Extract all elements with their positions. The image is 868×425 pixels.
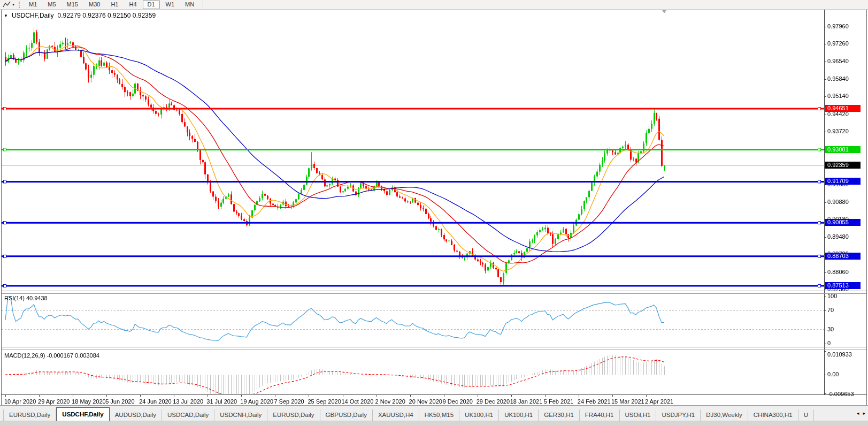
chart-tab-hk50-m15[interactable]: HK50,M15 (419, 409, 459, 421)
date-tick-label: 13 Jul 2020 (173, 398, 203, 405)
timeframe-m5-button[interactable]: M5 (43, 0, 60, 9)
price-line-label-0.90055: 0.90055 (825, 219, 861, 226)
timeframe-h1-button[interactable]: H1 (106, 0, 123, 9)
date-tick-label: 31 Jul 2020 (206, 398, 237, 405)
symbol-period-label: USDCHF,Daily (12, 12, 54, 19)
date-tick-label: 18 Jan 2021 (510, 398, 543, 405)
date-tick-label: 29 Apr 2020 (38, 398, 70, 405)
caret-down-icon: ▾ (12, 2, 14, 7)
chart-tab-eurusd-daily[interactable]: EURUSD,Daily (3, 409, 56, 421)
chart-tab-audusd-daily[interactable]: AUDUSD,Daily (110, 409, 162, 421)
price-line-label-0.88703: 0.88703 (825, 253, 861, 260)
rsi-tick-label: 0 (827, 340, 831, 346)
macd-tick-label: 0.010933 (827, 351, 852, 358)
chart-tab-china300-h1[interactable]: CHINA300,H1 (748, 409, 798, 421)
chart-title: ▼ USDCHF,Daily 0.92279 0.92376 0.92150 0… (4, 12, 156, 19)
date-tick-label: 19 Aug 2020 (240, 398, 273, 405)
chart-tab-gbpusd-daily[interactable]: GBPUSD,Daily (320, 409, 373, 421)
date-tick-label: 7 Sep 2020 (274, 398, 304, 405)
chart-tab-u[interactable]: U (798, 409, 814, 421)
price-line-label-0.91709: 0.91709 (825, 178, 861, 185)
terminal-root: ▾ M1M5M15M30H1H4D1W1MN ▼ USDCHF,Daily 0.… (0, 0, 868, 425)
date-axis[interactable]: 10 Apr 202029 Apr 202018 May 20205 Jun 2… (0, 395, 868, 405)
chart-tab-usoil-h1[interactable]: USOil,H1 (620, 409, 657, 421)
toolbar-grip[interactable] (19, 2, 20, 8)
price-tick-label: 0.93720 (827, 128, 849, 134)
date-tick-label: 25 Sep 2020 (308, 398, 341, 405)
zigzag-line-icon (3, 1, 11, 8)
line-studies-tool-icon[interactable]: ▾ (0, 0, 17, 9)
price-tick-label: 0.96540 (827, 58, 849, 64)
price-tick-label: 0.89480 (827, 233, 849, 240)
tab-scroll-right-button[interactable]: ▸ (863, 411, 865, 416)
date-tick-label: 5 Feb 2021 (544, 398, 574, 405)
chart-tab-bar: EURUSD,DailyUSDCHF,DailyAUDUSD,DailyUSDC… (0, 405, 868, 421)
chart-tab-usdcnh-daily[interactable]: USDCNH,Daily (214, 409, 267, 421)
current-price-label: 0.92359 (825, 162, 861, 169)
date-tick-label: 9 Dec 2020 (443, 398, 473, 405)
chart-tab-usdcad-daily[interactable]: USDCAD,Daily (162, 409, 214, 421)
tab-scroll-left-button[interactable]: ◂ (857, 411, 859, 416)
date-tick-label: 24 Jun 2020 (139, 398, 172, 405)
rsi-tick-label: 100 (827, 293, 837, 299)
timeframe-m1-button[interactable]: M1 (24, 0, 42, 9)
date-tick-label: 10 Apr 2020 (4, 398, 36, 405)
chart-tab-dj30-weekly[interactable]: DJ30,Weekly (701, 409, 748, 421)
bottom-strip (0, 421, 868, 425)
toolbar-separator (203, 1, 203, 8)
timeframe-mn-button[interactable]: MN (180, 0, 199, 9)
chart-tab-ger30-h1[interactable]: GER30,H1 (539, 409, 580, 421)
rsi-indicator-label: RSI(14) 40.9438 (4, 295, 48, 301)
timeframe-m15-button[interactable]: M15 (62, 0, 83, 9)
chart-tabs: EURUSD,DailyUSDCHF,DailyAUDUSD,DailyUSDC… (3, 407, 814, 421)
chart-plot-canvas[interactable] (0, 0, 868, 425)
chart-tab-usdchf-daily[interactable]: USDCHF,Daily (56, 407, 109, 421)
date-tick-label: 18 May 2020 (72, 398, 106, 405)
price-tick-label: 0.95140 (827, 93, 849, 99)
timeframe-d1-button[interactable]: D1 (143, 0, 160, 9)
price-tick-label: 0.97260 (827, 40, 849, 47)
macd-indicator-label: MACD(12,26,9) -0.000167 0.003084 (4, 352, 99, 359)
collapse-triangle-icon[interactable]: ▼ (4, 13, 8, 18)
date-tick-label: 24 Feb 2021 (578, 398, 611, 405)
toolbar: ▾ M1M5M15M30H1H4D1W1MN (0, 0, 868, 10)
date-tick-label: 15 Mar 2021 (611, 398, 644, 405)
price-axis[interactable]: 0.979600.972600.965400.958400.951400.944… (824, 9, 868, 291)
rsi-tick-label: 30 (827, 326, 834, 332)
chart-tab-uk100-h1[interactable]: UK100,H1 (459, 409, 499, 421)
date-tick-label: 14 Oct 2020 (342, 398, 374, 405)
timeframe-w1-button[interactable]: W1 (161, 0, 180, 9)
date-tick-label: 20 Nov 2020 (409, 398, 442, 405)
rsi-tick-label: 70 (827, 307, 834, 313)
price-line-label-0.87513: 0.87513 (825, 282, 861, 289)
date-tick-label: 29 Dec 2020 (477, 398, 510, 405)
date-tick-label: 2 Apr 2021 (645, 398, 673, 405)
date-tick-label: 2 Nov 2020 (375, 398, 405, 405)
rsi-axis[interactable]: 10070300 (824, 294, 868, 347)
chart-tab-fra40-h1[interactable]: FRA40,H1 (580, 409, 620, 421)
timeframe-buttons: M1M5M15M30H1H4D1W1MN (24, 0, 199, 9)
chart-tab-uk100-h1[interactable]: UK100,H1 (499, 409, 539, 421)
chart-tab-xauusd-h4[interactable]: XAUUSD,H4 (373, 409, 419, 421)
ohlc-values: 0.92279 0.92376 0.92150 0.92359 (58, 12, 156, 19)
price-tick-label: 0.95840 (827, 75, 849, 82)
macd-tick-label: 0.00 (827, 371, 839, 377)
date-tick-label: 5 Jun 2020 (105, 398, 134, 405)
timeframe-m30-button[interactable]: M30 (84, 0, 105, 9)
price-line-label-0.93001: 0.93001 (825, 146, 861, 153)
tab-scroll-controls: ◂ ▸ (854, 406, 868, 421)
timeframe-h4-button[interactable]: H4 (124, 0, 141, 9)
price-tick-label: 0.88060 (827, 269, 849, 275)
price-line-label-0.94651: 0.94651 (825, 105, 861, 112)
chart-tab-eurusd-daily[interactable]: EURUSD,Daily (267, 409, 320, 421)
price-tick-label: 0.97960 (827, 23, 849, 29)
chart-tab-usdjpy-h1[interactable]: USDJPY,H1 (656, 409, 701, 421)
macd-axis[interactable]: 0.0109330.00-0.009653 (824, 350, 868, 395)
price-tick-label: 0.90880 (827, 199, 849, 205)
